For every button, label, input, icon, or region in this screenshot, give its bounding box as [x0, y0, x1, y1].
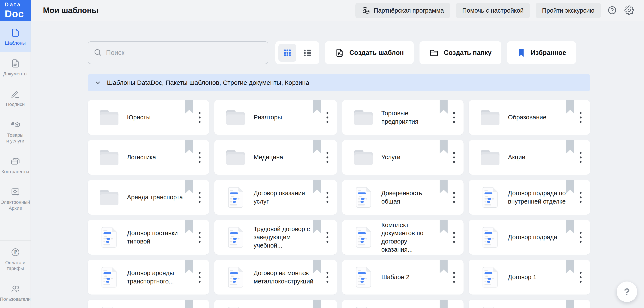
- document-card[interactable]: Договор аренды транспортного...: [88, 260, 209, 295]
- card-title: Образование: [508, 113, 546, 121]
- bookmark-ribbon[interactable]: [185, 220, 193, 234]
- bookmark-ribbon[interactable]: [566, 300, 574, 308]
- document-card[interactable]: Комплект документов по договору оказания…: [342, 220, 464, 255]
- kebab-menu-button[interactable]: [578, 110, 584, 125]
- create-template-button[interactable]: Создать шаблон: [325, 41, 414, 64]
- app-logo-text-bottom: Doc: [5, 8, 31, 20]
- bookmark-ribbon[interactable]: [566, 220, 574, 234]
- kebab-menu-button[interactable]: [324, 190, 330, 205]
- sidebar-item-signatures[interactable]: Подписи: [0, 83, 30, 113]
- folder-card[interactable]: Образование: [469, 100, 590, 135]
- sidebar-item-documents[interactable]: Документы: [0, 52, 30, 83]
- document-card[interactable]: Договор на монтаж металлоконструкций: [214, 260, 337, 295]
- kebab-menu-button[interactable]: [324, 110, 330, 125]
- bookmark-ribbon[interactable]: [440, 180, 448, 194]
- app-logo[interactable]: Data Doc: [0, 0, 31, 21]
- kebab-menu-button[interactable]: [324, 150, 330, 165]
- document-card[interactable]: Доверенность общая: [342, 180, 464, 215]
- kebab-menu-button[interactable]: [451, 110, 457, 125]
- document-card[interactable]: Договор 1: [469, 260, 590, 295]
- card-title: Логистика: [127, 153, 156, 161]
- doc-plus-icon: [335, 48, 344, 57]
- folder-card[interactable]: Акции: [469, 140, 590, 175]
- bookmark-ribbon[interactable]: [440, 140, 448, 154]
- folder-card[interactable]: Логистика: [88, 140, 209, 175]
- bookmark-ribbon[interactable]: [440, 100, 448, 114]
- document-card[interactable]: Договор поставки типовой: [88, 220, 209, 255]
- folder-card[interactable]: Риэлторы: [214, 100, 337, 135]
- kebab-menu-button[interactable]: [196, 230, 203, 245]
- setup-help-button[interactable]: Помочь с настройкой: [456, 3, 530, 18]
- help-fab-button[interactable]: ?: [617, 282, 637, 302]
- bookmark-ribbon[interactable]: [566, 260, 574, 273]
- collections-bar[interactable]: Шаблоны DataDoc, Пакеты шаблонов, Строги…: [88, 74, 590, 91]
- take-tour-button[interactable]: Пройти экскурсию: [536, 3, 601, 18]
- create-folder-button[interactable]: Создать папку: [420, 41, 502, 64]
- kebab-menu-button[interactable]: [451, 230, 457, 245]
- bookmark-ribbon[interactable]: [313, 180, 321, 194]
- sidebar-item-billing[interactable]: ₽Оплата и тарифы: [0, 241, 30, 278]
- document-icon: [480, 267, 500, 288]
- kebab-menu-button[interactable]: [324, 230, 330, 245]
- kebab-menu-button[interactable]: [578, 230, 584, 245]
- document-card[interactable]: Договор оказания услуг: [214, 180, 337, 215]
- bookmark-ribbon[interactable]: [185, 260, 193, 273]
- document-card[interactable]: Договор посуточной: [469, 300, 590, 308]
- document-card[interactable]: [342, 300, 464, 308]
- document-card[interactable]: Договор подряда по внутренней отделке: [469, 180, 590, 215]
- kebab-menu-button[interactable]: [578, 150, 584, 165]
- bookmark-ribbon[interactable]: [185, 140, 193, 154]
- bookmark-ribbon[interactable]: [440, 220, 448, 234]
- search-input[interactable]: [106, 49, 262, 57]
- card-title: Договор поставки типовой: [127, 229, 186, 245]
- kebab-menu-button[interactable]: [196, 150, 203, 165]
- kebab-menu-button[interactable]: [196, 190, 203, 205]
- bookmark-ribbon[interactable]: [566, 100, 574, 114]
- document-card[interactable]: Договор подряда: [469, 220, 590, 255]
- sidebar-item-users[interactable]: Пользователи: [0, 278, 30, 308]
- grid-view-icon: [282, 48, 292, 58]
- bookmark-ribbon[interactable]: [313, 140, 321, 154]
- bookmark-ribbon[interactable]: [185, 300, 193, 308]
- sidebar-item-counterparties[interactable]: Контрагенты: [0, 150, 30, 181]
- list-view-button[interactable]: [298, 44, 316, 62]
- folder-card[interactable]: Аренда транспорта: [88, 180, 209, 215]
- bookmark-ribbon[interactable]: [185, 100, 193, 114]
- bookmark-ribbon[interactable]: [185, 180, 193, 194]
- kebab-menu-button[interactable]: [451, 270, 457, 285]
- kebab-menu-button[interactable]: [451, 190, 457, 205]
- gear-icon: [624, 5, 634, 16]
- kebab-menu-button[interactable]: [324, 270, 330, 285]
- settings-button[interactable]: [624, 4, 635, 17]
- folder-card[interactable]: Юристы: [88, 100, 209, 135]
- help-icon-button[interactable]: [606, 4, 618, 17]
- bookmark-ribbon[interactable]: [566, 140, 574, 154]
- grid-view-button[interactable]: [278, 44, 296, 62]
- kebab-menu-button[interactable]: [578, 270, 584, 285]
- partner-program-button[interactable]: Партнёрская программа: [355, 3, 450, 18]
- kebab-menu-button[interactable]: [196, 110, 203, 125]
- bookmark-ribbon[interactable]: [313, 260, 321, 273]
- kebab-menu-button[interactable]: [578, 190, 584, 205]
- bookmark-ribbon[interactable]: [313, 220, 321, 234]
- bookmark-ribbon[interactable]: [440, 260, 448, 273]
- kebab-menu-button[interactable]: [196, 270, 203, 285]
- favorites-button[interactable]: Избранное: [507, 41, 576, 64]
- folder-card[interactable]: Медицина: [214, 140, 337, 175]
- document-card[interactable]: Трудовой договор с заведующим учебной...: [214, 220, 337, 255]
- bookmark-ribbon[interactable]: [313, 100, 321, 114]
- document-card[interactable]: [214, 300, 337, 308]
- kebab-menu-button[interactable]: [451, 150, 457, 165]
- folder-card[interactable]: Торговые предприятия: [342, 100, 464, 135]
- folder-card[interactable]: Услуги: [342, 140, 464, 175]
- document-card[interactable]: Шаблон 2: [342, 260, 464, 295]
- bookmark-ribbon[interactable]: [440, 300, 448, 308]
- bookmark-ribbon[interactable]: [313, 300, 321, 308]
- document-card[interactable]: Комплект документов: [88, 300, 209, 308]
- ruble-circle-icon: ₽: [10, 247, 20, 257]
- bookmark-ribbon[interactable]: [566, 180, 574, 194]
- coins-icon: [362, 6, 370, 15]
- sidebar-item-e-archive[interactable]: Электронный Архив: [0, 181, 30, 217]
- sidebar-item-templates[interactable]: Шаблоны: [0, 21, 30, 52]
- sidebar-item-goods-services[interactable]: ₽Товары и услуги: [0, 113, 30, 150]
